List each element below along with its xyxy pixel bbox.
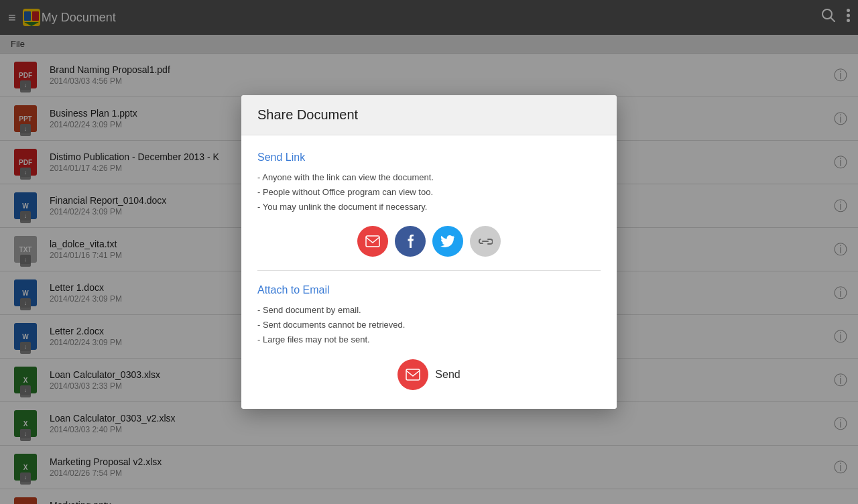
share-icons-row: [257, 226, 601, 257]
svg-rect-10: [406, 369, 420, 380]
share-facebook-button[interactable]: [395, 226, 426, 257]
send-email-button[interactable]: [397, 359, 428, 390]
modal-body: Send Link - Anyone with the link can vie…: [241, 135, 617, 409]
send-label: Send: [435, 369, 460, 381]
modal-title: Share Document: [257, 107, 358, 122]
send-link-heading: Send Link: [257, 151, 601, 164]
section-divider: [257, 270, 601, 271]
svg-rect-9: [366, 236, 379, 247]
attach-email-heading: Attach to Email: [257, 284, 601, 296]
share-document-modal: Share Document Send Link - Anyone with t…: [241, 95, 617, 409]
share-twitter-button[interactable]: [432, 226, 463, 257]
attach-email-desc: - Send document by email. - Sent documen…: [257, 303, 601, 347]
share-link-button[interactable]: [470, 226, 501, 257]
send-link-desc: - Anyone with the link can view the docu…: [257, 170, 601, 214]
send-row: Send: [257, 359, 601, 390]
modal-overlay[interactable]: Share Document Send Link - Anyone with t…: [0, 0, 858, 504]
share-email-button[interactable]: [357, 226, 388, 257]
modal-header: Share Document: [241, 95, 617, 135]
